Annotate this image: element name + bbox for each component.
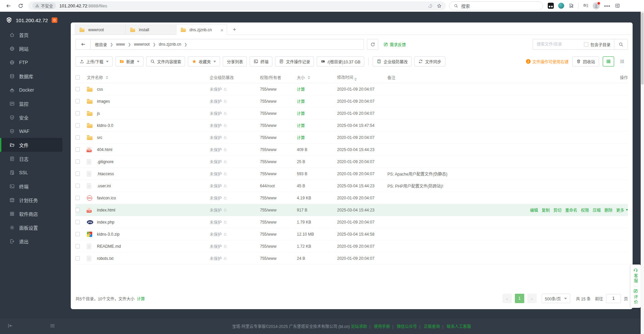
browser-essentials-icon[interactable] bbox=[428, 3, 433, 8]
row-action-3[interactable]: 重命名 bbox=[565, 207, 577, 213]
column-header-size[interactable]: 大小 bbox=[297, 75, 337, 80]
toolbar-button-disk[interactable]: /(根目录)10.37 GB bbox=[317, 56, 364, 66]
sidebar-item-appstore[interactable]: 软件商店 bbox=[0, 207, 62, 221]
file-name[interactable]: js bbox=[97, 111, 210, 116]
file-row[interactable]: .gitignore未保护755/www25 B2020-01-09 20:04… bbox=[75, 156, 628, 168]
scrollbar-thumb[interactable] bbox=[641, 12, 644, 85]
row-checkbox[interactable] bbox=[75, 172, 80, 176]
address-bar[interactable]: 不安全 101.200.42.72:8888/files bbox=[28, 1, 446, 10]
row-action-7[interactable]: 更多 bbox=[616, 207, 628, 213]
profile-avatar[interactable] bbox=[593, 2, 600, 9]
list-view-button[interactable] bbox=[603, 56, 614, 66]
sort-icon[interactable] bbox=[106, 76, 108, 79]
row-action-2[interactable]: 剪切 bbox=[553, 207, 561, 213]
panel-logo[interactable]: 101.200.42.72 0 bbox=[0, 12, 62, 28]
toolbar-button-sync[interactable]: 文件同步 bbox=[414, 56, 445, 66]
back-button[interactable] bbox=[76, 39, 91, 49]
file-search-button[interactable] bbox=[614, 39, 628, 49]
file-name[interactable]: .user.ini bbox=[97, 184, 210, 188]
file-name[interactable]: css bbox=[97, 87, 210, 92]
tab-wwwroot[interactable]: wwwroot bbox=[75, 25, 126, 35]
browser-search-box[interactable]: 搜索 bbox=[449, 1, 543, 10]
file-name[interactable]: 404.html bbox=[97, 147, 210, 152]
folder-row[interactable]: css未保护755/www计算2020-01-09 20:04:07 bbox=[75, 83, 628, 95]
folder-row[interactable]: src未保护755/www计算2020-01-09 20:04:07 bbox=[75, 132, 628, 144]
notification-badge[interactable]: 0 bbox=[52, 17, 57, 23]
row-checkbox[interactable] bbox=[75, 232, 80, 236]
next-page-button[interactable]: › bbox=[527, 294, 537, 303]
file-row[interactable]: DNSfavicon.ico未保护755/www4.19 KB2020-01-0… bbox=[75, 192, 628, 204]
goto-page-input[interactable] bbox=[606, 294, 621, 303]
file-size[interactable]: 计算 bbox=[297, 135, 337, 140]
file-name[interactable]: kldns-3.0.zip bbox=[97, 232, 210, 237]
row-checkbox[interactable] bbox=[75, 256, 80, 260]
breadcrumb-item[interactable]: wwwroot bbox=[134, 42, 150, 47]
row-checkbox[interactable] bbox=[75, 159, 80, 164]
add-tab-button[interactable]: + bbox=[230, 26, 239, 34]
column-header-mtime[interactable]: 修改时间 bbox=[337, 74, 387, 81]
tab-dns.zjznb.cn[interactable]: dns.zjznb.cn× bbox=[176, 25, 227, 35]
file-size[interactable]: 计算 bbox=[297, 123, 337, 128]
file-name[interactable]: kldns-3.0 bbox=[97, 123, 210, 128]
browser-refresh-icon[interactable] bbox=[16, 1, 25, 10]
footer-link[interactable]: 使用手册 bbox=[374, 324, 390, 329]
breadcrumb-item[interactable]: 根目录 bbox=[95, 42, 107, 47]
folder-row[interactable]: js未保护755/www计算2020-01-09 20:04:07 bbox=[75, 107, 628, 120]
row-checkbox[interactable] bbox=[75, 123, 80, 128]
row-checkbox[interactable] bbox=[75, 111, 80, 115]
file-name[interactable]: robots.txt bbox=[97, 256, 210, 261]
file-name[interactable]: README.md bbox=[97, 244, 210, 249]
sidebar-item-database[interactable]: 数据库 bbox=[0, 69, 62, 83]
extensions-puzzle-icon[interactable] bbox=[569, 3, 574, 8]
sidebar-item-monitor[interactable]: 监控 bbox=[0, 97, 62, 110]
folder-row[interactable]: images未保护755/www计算2020-01-09 20:04:07 bbox=[75, 95, 628, 107]
row-action-6[interactable]: 删除 bbox=[604, 207, 612, 213]
file-size[interactable]: 计算 bbox=[297, 86, 337, 92]
footer-link[interactable]: 正版查询 bbox=[424, 324, 440, 329]
grid-view-button[interactable] bbox=[616, 56, 628, 66]
page-size-select[interactable]: 500条/页 bbox=[542, 294, 570, 303]
sidebar-item-ssl[interactable]: SSL bbox=[0, 165, 62, 179]
file-size[interactable]: 计算 bbox=[297, 110, 337, 116]
file-row[interactable]: kldns-3.0.zip未保护755/www12.10 MB2025-03-0… bbox=[75, 228, 628, 240]
row-action-4[interactable]: 权限 bbox=[581, 207, 589, 213]
customer-service-button[interactable]: 客服 bbox=[633, 268, 639, 284]
row-action-0[interactable]: 编辑 bbox=[530, 207, 538, 213]
row-action-1[interactable]: 复制 bbox=[542, 207, 550, 213]
sidebar-item-settings[interactable]: 面板设置 bbox=[0, 221, 62, 234]
tab-install[interactable]: install bbox=[125, 25, 176, 35]
sidebar-item-files[interactable]: 文件 bbox=[0, 138, 62, 152]
current-page[interactable]: 1 bbox=[515, 294, 524, 303]
copilot-sidebar-icon[interactable] bbox=[615, 3, 620, 8]
row-checkbox[interactable] bbox=[75, 244, 80, 248]
refresh-button[interactable] bbox=[367, 39, 378, 50]
file-name[interactable]: .gitignore bbox=[97, 159, 210, 164]
tab-close-icon[interactable]: × bbox=[220, 27, 224, 33]
sidebar-item-docker[interactable]: Docker bbox=[0, 83, 62, 97]
calc-size-link[interactable]: 计算 bbox=[137, 296, 145, 301]
sidebar-item-logout[interactable]: 退出 bbox=[0, 234, 62, 248]
footer-link[interactable]: 微信公众号 bbox=[397, 324, 417, 329]
sort-icon[interactable] bbox=[308, 76, 310, 79]
toolbar-button-upload[interactable]: 上传/下载 bbox=[75, 56, 113, 66]
file-row[interactable]: <>HTML404.html未保护755/www409 B2025-03-04 … bbox=[75, 144, 628, 156]
sidebar-item-waf[interactable]: WAF bbox=[0, 124, 62, 138]
file-name[interactable]: src bbox=[97, 135, 210, 140]
sort-icon[interactable] bbox=[354, 78, 357, 81]
sidebar-item-logs[interactable]: 日志 bbox=[0, 152, 62, 165]
sidebar-item-terminal[interactable]: 终端 bbox=[0, 179, 62, 193]
file-name[interactable]: .htaccess bbox=[97, 172, 210, 176]
prev-page-button[interactable]: ‹ bbox=[502, 294, 512, 303]
file-name[interactable]: favicon.ico bbox=[97, 196, 210, 200]
collapse-sidebar-icon[interactable] bbox=[7, 323, 13, 330]
row-checkbox[interactable] bbox=[75, 147, 80, 152]
footer-link[interactable]: 论坛求助 bbox=[351, 324, 367, 329]
sidebar-item-ftp[interactable]: FTP bbox=[0, 55, 62, 69]
checkbox[interactable] bbox=[584, 42, 588, 47]
feedback-rate-button[interactable]: 评价 bbox=[633, 289, 639, 305]
toolbar-button-share-list[interactable]: 分享列表 bbox=[223, 56, 247, 66]
column-header-name[interactable]: 文件名称 bbox=[87, 75, 210, 80]
file-size[interactable]: 计算 bbox=[297, 98, 337, 104]
page-scrollbar[interactable] bbox=[641, 12, 644, 334]
file-row[interactable]: phpindex.php未保护755/www1.79 KB2020-01-09 … bbox=[75, 216, 628, 228]
